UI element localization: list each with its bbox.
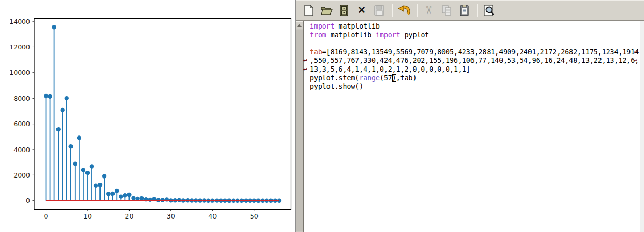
plot-background: [0, 0, 295, 232]
marker-dot: [85, 171, 90, 175]
marker-dot: [73, 161, 77, 166]
scrollbar-thumb[interactable]: [296, 30, 303, 231]
marker-dot: [77, 135, 81, 140]
undo-icon: [398, 4, 410, 17]
marker-dot: [102, 174, 106, 178]
code-line[interactable]: [304, 39, 640, 48]
marker-dot: [139, 196, 144, 200]
x-tick-label: 0: [44, 212, 48, 220]
code-token: =[8169,8143,13549,5569,7079,8005,4233,28…: [322, 48, 639, 56]
code-token: (57: [380, 74, 392, 82]
marker-dot: [127, 193, 131, 197]
save-icon: [373, 4, 385, 17]
marker-dot: [60, 108, 64, 112]
x-tick-label: 20: [125, 212, 133, 220]
file-cabinet-button[interactable]: [336, 3, 352, 18]
marker-dot: [177, 198, 181, 202]
matplotlib-figure-window: 0200040006000800010000120001400001020304…: [0, 0, 295, 232]
code-token: pyplot: [400, 31, 430, 39]
undo-button[interactable]: [396, 3, 412, 18]
marker-dot: [44, 94, 48, 98]
code-token: ): [392, 74, 396, 82]
marker-dot: [110, 192, 115, 196]
open-file-button[interactable]: [319, 3, 334, 18]
find-icon: [483, 4, 495, 17]
x-tick-label: 40: [208, 212, 217, 220]
marker-dot: [161, 198, 165, 202]
code-line[interactable]: from matplotlib import pyplot: [304, 31, 640, 40]
marker-dot: [81, 168, 85, 172]
screen: 0200040006000800010000120001400001020304…: [0, 0, 644, 232]
wrap-start-marker-icon: ↩: [303, 57, 307, 65]
x-tick-label: 50: [250, 212, 259, 220]
toolbar-separator: [477, 4, 478, 17]
y-tick-label: 0: [26, 197, 30, 204]
y-tick-label: 12000: [9, 43, 30, 51]
code-token: pyplot.stem(: [310, 74, 359, 82]
code-token: import: [310, 22, 335, 30]
marker-dot: [115, 189, 119, 193]
marker-dot: [123, 193, 127, 197]
scroll-up-button[interactable]: [296, 21, 303, 29]
code-token: ,tab): [396, 74, 417, 82]
code-token: import: [376, 31, 400, 39]
code-line[interactable]: import matplotlib: [304, 22, 640, 31]
find-button[interactable]: [481, 3, 497, 18]
marker-dot: [94, 184, 98, 188]
close-button[interactable]: ✕: [354, 3, 369, 18]
code-token: matplotlib: [335, 22, 380, 30]
code-token: range: [359, 74, 380, 82]
code-line[interactable]: ↩,550,557,767,330,424,476,202,155,196,10…: [304, 57, 640, 65]
marker-dot: [65, 96, 69, 100]
code-line[interactable]: ↩13,3,5,6,4,1,4,1,0,2,1,2,0,0,0,0,0,1,1]: [304, 65, 640, 74]
paste-button[interactable]: [456, 3, 472, 18]
marker-dot: [106, 192, 110, 196]
editor-toolbar: ✕ ✂: [296, 0, 644, 21]
right-scrollbar-track[interactable]: [640, 21, 644, 232]
cut-icon: ✂: [423, 6, 434, 15]
x-tick-label: 30: [167, 212, 175, 220]
code-token: pyplot.show(): [310, 83, 363, 90]
marker-dot: [119, 194, 123, 198]
cut-button[interactable]: ✂: [421, 3, 437, 18]
new-file-button[interactable]: [301, 3, 317, 18]
code-token: from: [310, 31, 326, 39]
marker-dot: [56, 127, 60, 131]
y-tick-label: 2000: [13, 171, 30, 179]
code-token: matplotlib: [326, 31, 376, 39]
code-line[interactable]: tab=[8169,8143,13549,5569,7079,8005,4233…: [304, 48, 640, 57]
code-line[interactable]: pyplot.stem(range(57),tab): [304, 74, 640, 83]
marker-dot: [52, 25, 56, 29]
wrap-start-marker-icon: ↩: [303, 65, 307, 74]
stem-chart: 0200040006000800010000120001400001020304…: [0, 0, 295, 232]
y-tick-label: 6000: [13, 120, 30, 128]
save-button[interactable]: [371, 3, 387, 18]
toolbar-separator: [417, 4, 418, 17]
copy-button[interactable]: [439, 3, 454, 18]
wrap-end-marker-icon: ↩: [634, 57, 637, 65]
y-tick-label: 10000: [9, 69, 30, 76]
copy-icon: [440, 4, 453, 17]
marker-dot: [98, 183, 102, 187]
left-scrollbar[interactable]: [296, 21, 304, 232]
y-tick-label: 14000: [9, 18, 30, 25]
toolbar-separator: [392, 4, 393, 17]
editor-body: import matplotlibfrom matplotlib import …: [296, 21, 644, 232]
code-line[interactable]: pyplot.show(): [304, 83, 640, 91]
code-token: ,550,557,767,330,424,476,202,155,196,106…: [310, 57, 639, 64]
marker-dot: [156, 198, 161, 202]
scroll-up-arrow-icon: [297, 24, 302, 27]
file-cabinet-icon: [338, 4, 350, 17]
paste-icon: [458, 4, 470, 17]
marker-dot: [48, 94, 52, 99]
marker-dot: [69, 144, 73, 148]
open-folder-icon: [320, 4, 333, 17]
code-area[interactable]: import matplotlibfrom matplotlib import …: [304, 21, 640, 232]
marker-dot: [131, 196, 135, 200]
code-token: 13,3,5,6,4,1,4,1,0,2,1,2,0,0,0,0,0,1,1]: [310, 65, 470, 73]
x-tick-label: 10: [83, 212, 92, 220]
marker-dot: [90, 164, 94, 168]
close-icon: ✕: [357, 5, 366, 15]
code-token: tab: [310, 48, 322, 56]
editor-window: ✕ ✂: [296, 0, 644, 232]
